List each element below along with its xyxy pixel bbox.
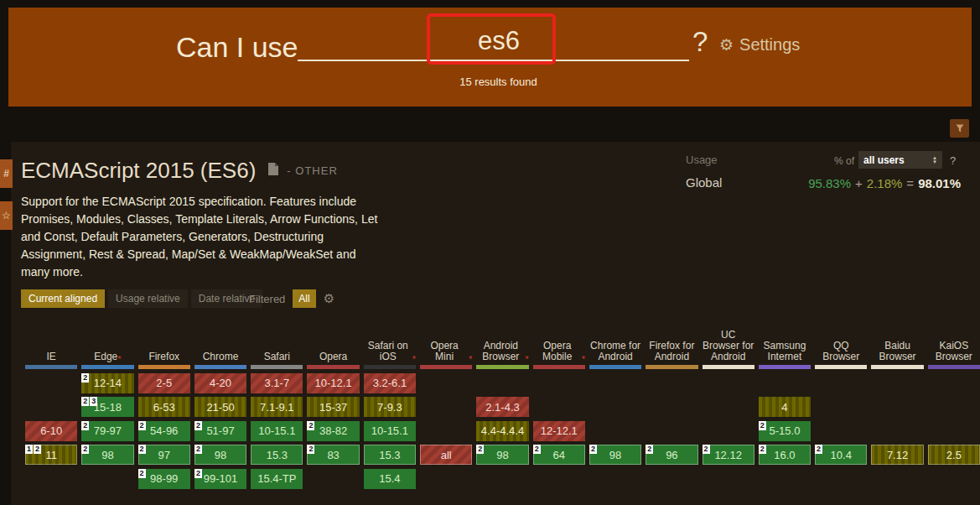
permalink-hash-icon[interactable]: # <box>0 159 13 188</box>
version-cell[interactable]: 4 <box>759 397 811 417</box>
version-cell[interactable]: 1112 <box>25 445 77 465</box>
version-cell[interactable]: 2.5 <box>928 445 980 465</box>
note-badge[interactable]: 2 <box>759 421 766 430</box>
empty-cell <box>476 373 528 393</box>
note-badge[interactable]: 2 <box>589 445 597 454</box>
site-logo[interactable]: Can I use <box>176 31 298 64</box>
version-cell[interactable]: 12.122 <box>703 445 754 465</box>
version-cell[interactable]: 4-20 <box>194 373 246 393</box>
version-cell[interactable]: 15-37 <box>307 397 359 417</box>
version-cell[interactable]: 3.2-6.1 <box>364 373 416 393</box>
browser-column: Chrome for Android982 <box>589 319 641 489</box>
spec-document-icon[interactable] <box>267 163 278 179</box>
usage-dropdown[interactable]: all users ▲▼ <box>858 151 942 169</box>
favorite-star-icon[interactable]: ☆ <box>0 201 13 230</box>
version-cell[interactable]: 10-12.1 <box>307 373 359 393</box>
version-cell[interactable]: 2.1-4.3 <box>476 397 528 417</box>
note-badge[interactable]: 1 <box>25 445 33 454</box>
note-badge[interactable]: 2 <box>194 469 202 478</box>
note-badge[interactable]: 2 <box>307 445 314 454</box>
note-badge[interactable]: 2 <box>759 445 766 454</box>
version-range: 15.4 <box>379 472 400 485</box>
version-cell[interactable]: 7-9.3 <box>364 397 416 417</box>
note-badge[interactable]: 2 <box>533 445 541 454</box>
version-cell[interactable]: 3.1-7 <box>251 373 303 393</box>
note-badge[interactable]: 2 <box>138 469 146 478</box>
filter-button[interactable] <box>950 119 969 138</box>
note-badge[interactable]: 2 <box>138 421 146 430</box>
version-cell[interactable]: 51-972 <box>194 421 246 441</box>
version-cell[interactable]: 38-822 <box>307 421 359 441</box>
browser-column: Chrome4-2021-5051-97298299-1012 <box>194 319 246 489</box>
note-badge[interactable]: 2 <box>81 373 89 383</box>
version-cell[interactable]: 7.12 <box>871 445 923 465</box>
version-cell[interactable]: 99-1012 <box>194 469 246 489</box>
version-range: 12-14 <box>94 377 122 389</box>
version-cell[interactable]: 982 <box>81 445 133 465</box>
usage-help-icon[interactable]: ? <box>950 154 956 167</box>
version-cell[interactable]: 4.4-4.4.4 <box>476 421 528 441</box>
version-cell[interactable]: 54-962 <box>138 421 190 441</box>
version-cell[interactable]: 10.42 <box>815 445 867 465</box>
filter-all-button[interactable]: All <box>293 289 315 308</box>
version-cell[interactable]: 15.4 <box>364 469 416 489</box>
help-icon[interactable]: ? <box>692 26 708 58</box>
version-cell[interactable]: 642 <box>533 445 585 465</box>
browser-name: Firefox <box>138 319 190 365</box>
tab-usage-relative[interactable]: Usage relative <box>108 289 188 308</box>
version-cell[interactable]: 15-1823 <box>81 397 133 417</box>
note-badge[interactable]: 2 <box>815 445 822 454</box>
version-cell[interactable]: 6-53 <box>138 397 190 417</box>
version-cell[interactable]: 12-142 <box>81 373 133 393</box>
version-cell[interactable]: 5-15.02 <box>759 421 811 441</box>
empty-cell <box>533 469 585 489</box>
browser-column: Baidu Browser7.12 <box>871 319 923 489</box>
note-badge[interactable]: 2 <box>307 421 314 430</box>
note-badge[interactable]: 2 <box>703 445 710 454</box>
version-cell[interactable]: 15.3 <box>251 445 303 465</box>
version-cell[interactable]: 972 <box>138 445 190 465</box>
version-cell[interactable]: all <box>420 445 472 465</box>
version-cell[interactable]: 12-12.1 <box>533 421 585 441</box>
version-cell[interactable]: 2-5 <box>138 373 190 393</box>
empty-cell <box>420 397 472 417</box>
settings-button[interactable]: ⚙ Settings <box>719 35 800 55</box>
note-badge[interactable]: 3 <box>90 397 97 406</box>
version-cell[interactable]: 962 <box>646 445 697 465</box>
version-range: 98 <box>496 449 508 461</box>
version-cell[interactable]: 79-972 <box>81 421 133 441</box>
note-badge[interactable]: 2 <box>646 445 653 454</box>
version-cell[interactable]: 10-15.1 <box>251 421 303 441</box>
hash-glyph: # <box>3 168 9 180</box>
version-cell[interactable]: 16.02 <box>759 445 811 465</box>
note-badge[interactable]: 2 <box>81 445 89 454</box>
note-badge[interactable]: 2 <box>81 421 89 430</box>
version-cell[interactable]: 10-15.1 <box>364 421 416 441</box>
note-badge[interactable]: 2 <box>194 445 202 454</box>
version-cell[interactable]: 832 <box>307 445 359 465</box>
note-badge[interactable]: 2 <box>138 445 146 454</box>
version-cell[interactable]: 982 <box>476 445 528 465</box>
version-range: 15.3 <box>267 449 288 461</box>
version-cell[interactable]: 15.4-TP <box>251 469 303 489</box>
tab-current-aligned[interactable]: Current aligned <box>21 289 105 308</box>
version-cell[interactable]: 982 <box>589 445 641 465</box>
results-count: 15 results found <box>17 75 980 88</box>
version-cell[interactable]: 982 <box>194 445 246 465</box>
version-cell[interactable]: 98-992 <box>138 469 190 489</box>
version-cell[interactable]: 7.1-9.1 <box>251 397 303 417</box>
version-range: 98-99 <box>150 472 178 485</box>
filter-settings-icon[interactable]: ⚙ <box>324 291 334 306</box>
note-badge[interactable]: 2 <box>34 445 41 454</box>
empty-cell <box>307 469 359 489</box>
version-cell[interactable]: 6-10 <box>25 421 77 441</box>
note-badge[interactable]: 2 <box>476 445 484 454</box>
version-cell[interactable]: 15.3 <box>364 445 416 465</box>
page-title: ECMAScript 2015 (ES6) <box>21 158 256 184</box>
note-badge[interactable]: 2 <box>194 421 202 430</box>
empty-cell <box>476 469 528 489</box>
search-input[interactable]: es6 <box>356 26 641 56</box>
note-badge[interactable]: 2 <box>81 397 89 406</box>
browser-color-bar <box>307 365 359 369</box>
version-cell[interactable]: 21-50 <box>194 397 246 417</box>
